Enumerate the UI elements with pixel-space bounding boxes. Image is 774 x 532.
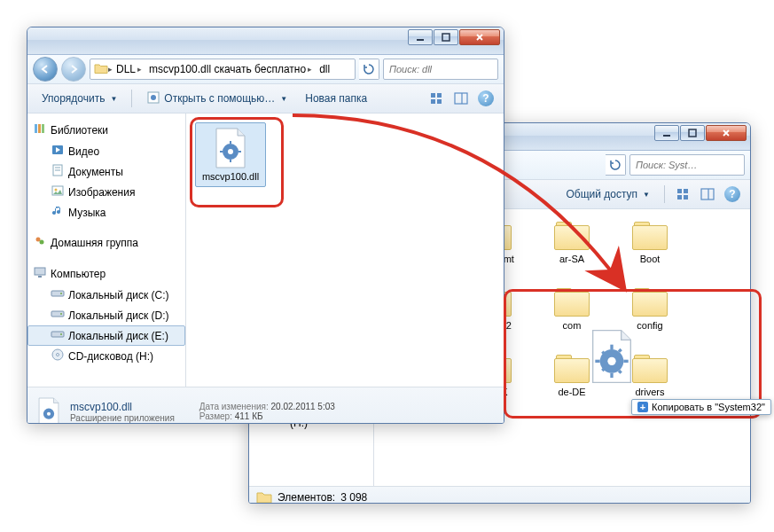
minimize-button[interactable] xyxy=(654,125,679,141)
search-box[interactable] xyxy=(629,154,745,176)
svg-point-37 xyxy=(40,240,44,245)
folder-item[interactable]: Boot xyxy=(617,218,683,267)
forward-button[interactable] xyxy=(61,57,86,82)
svg-rect-0 xyxy=(663,135,670,137)
details-date: 20.02.2011 5:03 xyxy=(271,402,335,411)
breadcrumb-seg[interactable]: mscvp100.dll скачать бесплатно▸ xyxy=(145,63,316,75)
nav-item-disk-c[interactable]: Локальный диск (C:) xyxy=(27,285,185,305)
share-button[interactable]: Общий доступ▼ xyxy=(559,185,657,203)
drag-tip-prefix: Копировать в xyxy=(652,402,715,412)
file-item-dll[interactable]: mscvp100.dll xyxy=(195,122,266,187)
minimize-button[interactable] xyxy=(408,29,433,45)
view-small-icon[interactable] xyxy=(672,184,693,205)
svg-rect-14 xyxy=(417,39,424,41)
svg-point-47 xyxy=(57,354,59,356)
svg-rect-7 xyxy=(684,195,688,200)
nav-group-homegroup[interactable]: Домашняя группа xyxy=(27,231,185,254)
nav-item-documents[interactable]: Документы xyxy=(27,161,185,182)
breadcrumb-seg[interactable]: DLL▸ xyxy=(113,63,145,75)
refresh-button[interactable] xyxy=(359,59,379,80)
search-input[interactable] xyxy=(634,159,751,171)
svg-rect-38 xyxy=(35,268,45,275)
folder-icon xyxy=(630,353,669,385)
documents-icon xyxy=(51,163,65,180)
folder-icon xyxy=(630,286,669,318)
folder-icon xyxy=(552,286,591,318)
organize-button[interactable]: Упорядочить▼ xyxy=(35,90,124,107)
nav-item-music[interactable]: Музыка xyxy=(27,202,185,223)
folder-item[interactable]: config xyxy=(617,285,683,333)
help-button[interactable]: ? xyxy=(722,184,743,205)
preview-pane-icon[interactable] xyxy=(697,184,718,205)
titlebar xyxy=(27,27,504,55)
nav-label: Локальный диск (C:) xyxy=(68,289,169,301)
nav-pane: Библиотеки Видео Документы Изображения М… xyxy=(27,113,186,387)
search-input[interactable] xyxy=(387,63,504,75)
details-filename: mscvp100.dll xyxy=(70,401,175,413)
help-button[interactable]: ? xyxy=(475,88,496,109)
svg-point-49 xyxy=(228,149,233,154)
nav-item-disk-d[interactable]: Локальный диск (D:) xyxy=(27,305,185,325)
svg-point-41 xyxy=(60,293,62,294)
search-box[interactable] xyxy=(383,59,498,80)
nav-group-libraries[interactable]: Библиотеки xyxy=(27,119,185,141)
nav-item-pictures[interactable]: Изображения xyxy=(27,182,185,202)
nav-item-video[interactable]: Видео xyxy=(27,141,185,161)
details-pane: mscvp100.dll Расширение приложения Дата … xyxy=(27,387,504,424)
details-size: 411 КБ xyxy=(235,411,263,421)
breadcrumb[interactable]: ▸ DLL▸ mscvp100.dll скачать бесплатно▸ d… xyxy=(90,59,356,80)
folder-item[interactable]: com xyxy=(539,285,605,333)
nav-label: Видео xyxy=(68,145,99,158)
open-with-button[interactable]: Открыть с помощью…▼ xyxy=(139,88,294,110)
drag-tip-target: "System32" xyxy=(715,402,765,412)
file-content: mscvp100.dll xyxy=(186,113,504,387)
preview-pane-button[interactable] xyxy=(450,88,472,109)
svg-rect-8 xyxy=(701,189,714,200)
homegroup-icon xyxy=(33,234,47,251)
refresh-button[interactable] xyxy=(606,154,626,176)
svg-rect-20 xyxy=(431,93,435,98)
nav-item-disk-e[interactable]: Локальный диск (E:) xyxy=(27,325,185,346)
svg-rect-6 xyxy=(677,195,682,200)
svg-rect-39 xyxy=(38,276,42,278)
view-icons-button[interactable] xyxy=(426,88,447,109)
back-button[interactable] xyxy=(33,57,58,82)
svg-rect-24 xyxy=(455,93,467,104)
share-label: Общий доступ xyxy=(566,188,637,200)
details-type: Расширение приложения xyxy=(70,413,175,423)
folder-label: de-DE xyxy=(558,387,585,398)
details-date-label: Дата изменения: xyxy=(199,402,269,411)
svg-rect-22 xyxy=(431,99,435,104)
toolbar: Упорядочить▼ Открыть с помощью…▼ Новая п… xyxy=(27,84,504,113)
nav-item-cd-h[interactable]: CD-дисковод (H:) xyxy=(27,346,185,366)
breadcrumb-seg[interactable]: dll xyxy=(316,63,333,75)
folder-item[interactable]: drivers xyxy=(617,351,683,400)
nav-label: Компьютер xyxy=(51,268,106,280)
folder-item[interactable]: de-DE xyxy=(539,351,605,400)
svg-point-35 xyxy=(55,189,58,192)
close-button[interactable] xyxy=(459,29,500,45)
dll-file-icon xyxy=(209,127,252,169)
status-count-label: Элементов: xyxy=(278,491,335,504)
maximize-button[interactable] xyxy=(680,125,705,141)
app-icon xyxy=(146,90,160,107)
dll-file-icon xyxy=(35,397,63,424)
folder-item[interactable]: ar-SA xyxy=(539,218,605,267)
svg-point-43 xyxy=(60,313,62,315)
nav-label: Музыка xyxy=(68,207,106,219)
nav-label: Локальный диск (D:) xyxy=(68,309,169,322)
maximize-button[interactable] xyxy=(434,29,458,45)
nav-label: CD-дисковод (H:) xyxy=(68,350,153,363)
close-button[interactable] xyxy=(706,125,747,141)
nav-group-computer[interactable]: Компьютер xyxy=(27,262,185,285)
svg-point-55 xyxy=(47,412,51,416)
bc-label: DLL xyxy=(116,63,136,75)
address-bar-row: ▸ DLL▸ mscvp100.dll скачать бесплатно▸ d… xyxy=(27,55,504,84)
nav-label: Изображения xyxy=(68,186,135,199)
svg-rect-28 xyxy=(42,124,44,133)
new-folder-button[interactable]: Новая папка xyxy=(298,90,374,107)
svg-point-36 xyxy=(36,238,41,242)
nav-label: Домашняя группа xyxy=(51,237,138,249)
svg-rect-5 xyxy=(684,189,688,193)
new-folder-label: Новая папка xyxy=(305,92,367,105)
